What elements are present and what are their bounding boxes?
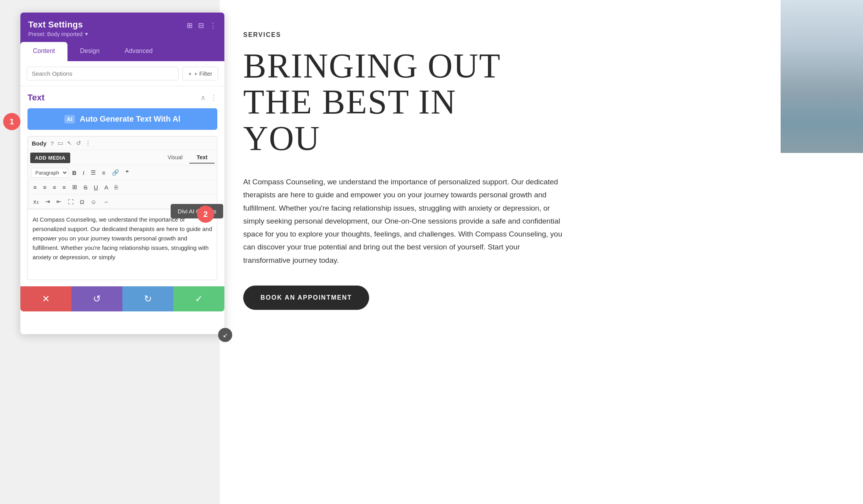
link-button[interactable]: 🔗: [109, 167, 122, 178]
text-section: Text ∧ ⋮ AI Auto Generate Text With Al B…: [20, 86, 224, 286]
tab-advanced[interactable]: Advanced: [112, 42, 165, 61]
align-right-button[interactable]: ≡: [51, 182, 59, 192]
emoji-button[interactable]: ☺: [88, 197, 99, 207]
panel-search-area: + + Filter: [20, 61, 224, 86]
toolbar-row-extra: x₂ ⇥ ⇤ ⛶ Ω ☺ → Divi AI Options: [28, 195, 217, 209]
toolbar-row-format: Paragraph B I ☰ ≡ 🔗 ❝: [28, 166, 217, 180]
panel-title: Text Settings: [28, 20, 89, 30]
section-title: Text: [27, 93, 45, 103]
resize-icon: ↙: [223, 331, 228, 339]
services-label: SERVICES: [243, 31, 832, 38]
unordered-list-button[interactable]: ☰: [88, 167, 98, 178]
filter-button[interactable]: + + Filter: [182, 67, 218, 80]
ordered-list-button[interactable]: ≡: [100, 168, 108, 178]
preset-dropdown-arrow[interactable]: ▼: [84, 31, 89, 37]
align-center-button[interactable]: ≡: [41, 182, 49, 192]
collapse-icon[interactable]: ∧: [200, 93, 206, 102]
device-icon[interactable]: ▭: [58, 140, 63, 147]
more-toolbar-icon[interactable]: ⋮: [85, 140, 91, 147]
toolbar-row-body: Body ? ▭ ↖ ↺ ⋮: [28, 136, 217, 150]
editor-content[interactable]: At Compass Counseling, we understand the…: [27, 209, 217, 280]
save-button[interactable]: ✓: [173, 286, 224, 311]
outdent-button[interactable]: ⇤: [54, 197, 64, 207]
columns-icon[interactable]: ⊟: [198, 21, 204, 30]
content-area: SERVICES BRINGING OUT THE BEST IN YOU At…: [220, 0, 863, 504]
blockquote-button[interactable]: ❝: [123, 167, 131, 178]
heading-line1: BRINGING OUT: [243, 48, 832, 84]
step-badge-1: 1: [3, 113, 20, 130]
toolbar-row-align: ≡ ≡ ≡ ≡ ⊞ S U A ⎘: [28, 180, 217, 195]
heading-line3: YOU: [243, 120, 832, 156]
strikethrough-button[interactable]: S: [81, 182, 90, 192]
help-icon[interactable]: ?: [51, 140, 54, 147]
indent-button[interactable]: ⇥: [43, 197, 53, 207]
corner-image: [781, 0, 863, 153]
add-media-button[interactable]: ADD MEDIA: [30, 153, 70, 163]
section-header: Text ∧ ⋮: [27, 93, 217, 103]
book-appointment-button[interactable]: BOOK AN APPOINTMENT: [243, 286, 369, 310]
tab-content[interactable]: Content: [20, 42, 67, 61]
ai-generate-button[interactable]: AI Auto Generate Text With Al: [27, 108, 217, 130]
omega-button[interactable]: Ω: [78, 197, 87, 207]
tab-design[interactable]: Design: [67, 42, 112, 61]
fullscreen-editor-button[interactable]: ⛶: [66, 197, 76, 207]
visual-tab[interactable]: Visual: [160, 152, 189, 164]
align-left-button[interactable]: ≡: [31, 182, 39, 192]
bold-button[interactable]: B: [70, 168, 79, 178]
editor-text: At Compass Counseling, we understand the…: [33, 216, 212, 260]
italic-button[interactable]: I: [80, 168, 87, 178]
panel-header-icons: ⊞ ⊟ ⋮: [187, 21, 217, 30]
text-color-button[interactable]: A: [102, 182, 111, 192]
fullscreen-icon[interactable]: ⊞: [187, 21, 193, 30]
cancel-button[interactable]: ✕: [20, 286, 71, 311]
align-justify-button[interactable]: ≡: [60, 182, 68, 192]
subscript-button[interactable]: x₂: [31, 197, 41, 207]
arrow-insert-button[interactable]: →: [100, 197, 111, 207]
ai-generate-label: Auto Generate Text With Al: [80, 115, 180, 124]
heading-line2: THE BEST IN: [243, 84, 832, 120]
undo-history-icon[interactable]: ↺: [76, 140, 81, 147]
underline-button[interactable]: U: [91, 182, 100, 192]
editor-toolbar: Body ? ▭ ↖ ↺ ⋮ ADD MEDIA Visual Text Par…: [27, 136, 217, 209]
panel-header: Text Settings Preset: Body imported ▼ ⊞ …: [20, 13, 224, 42]
main-heading: BRINGING OUT THE BEST IN YOU: [243, 48, 832, 156]
body-style-label: Body: [32, 140, 47, 147]
filter-plus-icon: +: [188, 70, 192, 77]
more-options-icon[interactable]: ⋮: [209, 21, 217, 30]
panel-preset: Preset: Body imported ▼: [28, 31, 89, 37]
redo-button[interactable]: ↻: [122, 286, 173, 311]
toolbar-row-media: ADD MEDIA Visual Text: [28, 150, 217, 166]
search-input[interactable]: [27, 67, 178, 80]
copy-paste-button[interactable]: ⎘: [112, 182, 120, 192]
section-more-icon[interactable]: ⋮: [210, 93, 217, 102]
panel-title-group: Text Settings Preset: Body imported ▼: [28, 20, 89, 37]
select-icon[interactable]: ↖: [67, 140, 72, 147]
body-text: At Compass Counseling, we understand the…: [243, 175, 565, 267]
table-button[interactable]: ⊞: [70, 182, 80, 192]
panel-tabs: Content Design Advanced: [20, 42, 224, 61]
text-tab[interactable]: Text: [189, 152, 215, 164]
paragraph-select[interactable]: Paragraph: [31, 168, 68, 178]
settings-panel: Text Settings Preset: Body imported ▼ ⊞ …: [20, 13, 224, 334]
step-badge-2: 2: [197, 206, 214, 223]
ai-badge-icon: AI: [64, 115, 75, 124]
panel-bottom-toolbar: ✕ ↺ ↻ ✓: [20, 286, 224, 311]
resize-handle[interactable]: ↙: [218, 328, 232, 342]
visual-text-tabs: Visual Text: [160, 152, 215, 164]
section-icons: ∧ ⋮: [200, 93, 217, 102]
undo-button[interactable]: ↺: [71, 286, 122, 311]
